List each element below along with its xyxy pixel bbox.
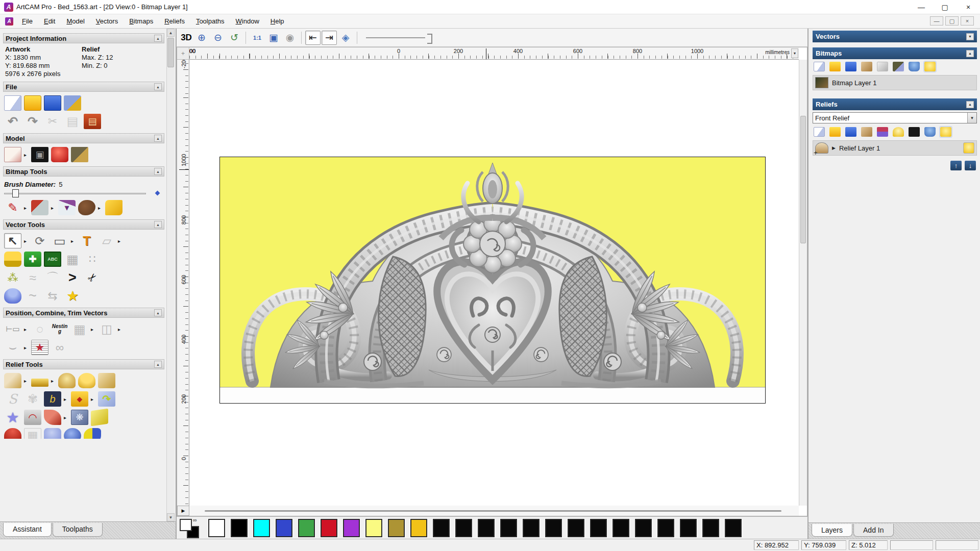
collapse-section-button[interactable]: ▲ [154,35,162,42]
layer-expander-icon[interactable]: ▶ [832,145,836,151]
swatch-cyan[interactable] [253,519,270,537]
tab-assistant[interactable]: Assistant [3,523,52,537]
swatch-light-yellow[interactable] [365,519,382,537]
basket-weave-icon[interactable]: ▦ [24,428,41,439]
swatch-black[interactable] [455,519,472,537]
toggle-all-visibility-icon[interactable] [940,127,951,137]
flyout-arrow-icon[interactable]: ▸ [91,327,95,332]
flyout-arrow-icon[interactable]: ▸ [24,152,29,158]
stack-relief-icon[interactable] [877,127,888,137]
brush-diameter-slider[interactable] [4,189,159,197]
flyout-arrow-icon[interactable]: ▸ [24,345,29,350]
swatch-black[interactable] [702,519,719,537]
horizontal-scrollbar[interactable] [205,510,781,512]
relief-combo-value[interactable]: Front Relief [813,114,967,122]
toggle-all-visibility-icon[interactable] [924,62,936,71]
transfer-bitmap-right-icon[interactable]: ⇥ [322,31,337,45]
fit-vectors-to-bitmap-icon[interactable]: ≈ [24,270,41,285]
swatch-black[interactable] [500,519,517,537]
open-model-icon[interactable] [24,95,41,111]
flyout-arrow-icon[interactable]: ▸ [91,396,95,402]
relief-layer-row[interactable]: ▶ Relief Layer 1 [813,140,977,156]
collapse-section-button[interactable]: ▲ [154,135,162,142]
copy-icon[interactable]: ▤ [64,114,81,129]
vector-library-icon[interactable]: ABC [44,252,61,267]
toolbar-separator[interactable] [301,32,302,44]
collapse-section-button[interactable]: ▲ [154,309,162,316]
menu-window[interactable]: Window [230,15,265,27]
menu-vectors[interactable]: Vectors [90,15,124,27]
join-vectors-icon[interactable]: ⌣ [4,340,21,355]
create-arc-icon[interactable]: ⌒ [44,270,61,285]
open-relief-layer-icon[interactable] [829,127,841,137]
transform-vectors-icon[interactable]: ⟳ [31,233,48,248]
mirror-vectors-icon[interactable]: ⇆ [44,288,61,304]
swatch-black[interactable] [523,519,540,537]
swatch-black[interactable] [635,519,652,537]
smooth-relief-icon[interactable] [4,373,21,388]
menu-bitmaps[interactable]: Bitmaps [124,15,159,27]
layer-visibility-bulb-icon[interactable] [963,142,974,154]
create-text-icon[interactable]: T [78,233,95,248]
delete-layer-icon[interactable] [909,62,920,71]
select-vectors-icon[interactable]: ↖ [4,233,21,248]
paste-icon[interactable]: ▤ [84,114,101,129]
menu-toolpaths[interactable]: Toolpaths [190,15,230,27]
smooth-curve-icon[interactable]: S [4,391,21,407]
restore-button[interactable]: ▢ [933,0,957,14]
move-layer-up-button[interactable]: ↑ [950,161,962,170]
sculpt-relief-icon[interactable] [98,373,115,388]
flood-fill-icon[interactable] [31,200,48,215]
texture-relief-icon[interactable]: ❋ [71,410,88,425]
flyout-arrow-icon[interactable]: ▸ [64,396,68,402]
scrollbar-thumb[interactable] [800,116,806,243]
offset-relief-icon[interactable]: ◆ [71,391,88,407]
wrap-relief-icon[interactable]: ◠ [24,410,41,425]
tab-layers[interactable]: Layers [812,524,852,537]
collapse-section-button[interactable]: ▲ [966,101,974,108]
swatch-blue[interactable] [276,519,292,537]
text-on-curve-icon[interactable]: ◌ [31,321,48,337]
zoom-object-icon[interactable]: ◉ [282,31,298,45]
new-relief-layer-icon[interactable] [814,127,825,137]
star-wizard-icon[interactable]: ★ [4,410,21,425]
measure-tool-icon[interactable] [4,252,21,267]
swatch-black[interactable] [657,519,674,537]
primary-secondary-colours[interactable]: ∞ [180,518,203,538]
block-copy-icon[interactable]: ▦ [71,321,88,337]
dome-relief-icon[interactable] [44,428,61,439]
greyscale-teddy-icon[interactable]: ▣ [31,147,48,162]
redo-icon[interactable]: ↷ [24,114,41,129]
extrude-vector-icon[interactable] [4,288,21,304]
distort-grid-icon[interactable]: ▦ [64,252,81,267]
preview-relief-icon[interactable]: ◈ [338,31,353,45]
flyout-arrow-icon[interactable]: ▸ [24,327,29,332]
copy-transform-relief-icon[interactable]: ↷ [98,391,115,407]
weave-wizard-icon[interactable]: ✾ [24,391,41,407]
trim-vectors-icon[interactable]: ✂ [81,266,104,289]
merge-layers-icon[interactable] [877,62,888,71]
wrap-vectors-icon[interactable]: ★ [64,288,81,304]
delete-relief-layer-icon[interactable] [924,127,936,137]
swatch-black[interactable] [568,519,584,537]
vertical-scrollbar[interactable] [799,60,807,506]
zoom-fit-icon[interactable]: ▣ [266,31,281,45]
nesting-icon[interactable]: Nesting [51,321,68,337]
copy-layer-icon[interactable] [893,62,904,71]
paper-texture-icon[interactable] [861,62,872,71]
flyout-arrow-icon[interactable]: ▸ [118,238,122,244]
save-relief-layer-icon[interactable] [845,127,856,137]
swatch-black[interactable] [545,519,562,537]
swatch-black[interactable] [590,519,607,537]
zero-plane-icon[interactable] [31,379,48,387]
align-vectors-icon[interactable]: ⊢▭ [4,321,21,337]
scale-relief-icon[interactable] [78,373,95,388]
flyout-arrow-icon[interactable]: ▸ [24,378,29,384]
toolbar-separator[interactable] [357,32,357,44]
collapse-section-button[interactable]: ▲ [154,361,162,368]
paint-brush-icon[interactable]: ✎ [4,200,21,215]
model-options-icon[interactable] [64,95,81,111]
two-tone-relief-icon[interactable] [84,428,101,439]
toolbar-separator[interactable] [246,32,246,44]
face-wizard-icon[interactable]: b [44,391,61,407]
